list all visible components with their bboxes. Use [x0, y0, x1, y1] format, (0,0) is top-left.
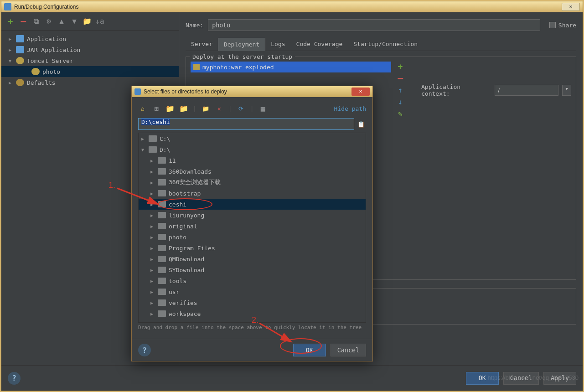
- chevron-right-icon: ▶: [141, 136, 147, 141]
- refresh-icon[interactable]: ⟳: [237, 104, 246, 113]
- folder-label: Program Files: [169, 245, 215, 252]
- tree-tomcat-server[interactable]: ▼ Tomcat Server: [1, 55, 179, 66]
- select-files-dialog: Select files or directories to deploy ✕ …: [131, 86, 373, 361]
- chevron-down-icon: ▼: [141, 147, 147, 152]
- tree-photo[interactable]: photo: [1, 66, 179, 77]
- share-label: Share: [558, 22, 576, 29]
- add-icon[interactable]: +: [6, 17, 15, 26]
- folder-item[interactable]: ▶usr: [139, 286, 366, 297]
- hide-path-link[interactable]: Hide path: [334, 105, 366, 112]
- new-folder-icon[interactable]: 📁: [201, 104, 210, 113]
- drive-d[interactable]: ▼ D:\: [139, 144, 366, 155]
- tree-jar-application[interactable]: ▶ JAR Application: [1, 44, 179, 55]
- delete-icon[interactable]: ✕: [215, 104, 224, 113]
- folder-item[interactable]: ▶tools: [139, 275, 366, 286]
- project-icon[interactable]: 📁: [165, 104, 175, 113]
- down-icon[interactable]: ▼: [70, 17, 79, 26]
- help-icon[interactable]: ?: [8, 372, 21, 385]
- folder-label: SYDownload: [169, 267, 204, 273]
- context-input[interactable]: [495, 85, 558, 96]
- deploy-item-label: myphoto:war exploded: [202, 64, 274, 71]
- move-down-icon[interactable]: ↓: [396, 97, 405, 106]
- history-icon[interactable]: 📋: [356, 118, 366, 130]
- drive-c[interactable]: ▶ C:\: [139, 133, 366, 144]
- folder-icon: [158, 223, 166, 229]
- folder-label: ceshi: [169, 201, 186, 208]
- chevron-down-icon[interactable]: ▾: [562, 85, 571, 96]
- share-checkbox[interactable]: Share: [549, 22, 576, 29]
- folder-item[interactable]: ▶photo: [139, 232, 366, 242]
- tab-deployment[interactable]: Deployment: [218, 38, 265, 51]
- folder-item[interactable]: ▶Program Files: [139, 242, 366, 253]
- edit-icon[interactable]: ✎: [396, 109, 405, 118]
- folder-item[interactable]: ▶workspace: [139, 308, 366, 319]
- remove-icon[interactable]: −: [19, 17, 28, 26]
- copy-icon[interactable]: ⧉: [31, 17, 41, 26]
- deploy-actions: + − ↑ ↓ ✎: [394, 62, 405, 118]
- modal-footer: ? OK Cancel: [132, 339, 372, 361]
- remove-artifact-icon[interactable]: −: [396, 73, 405, 83]
- settings-icon[interactable]: ⚙: [44, 17, 53, 26]
- folder-item[interactable]: ▶11: [139, 155, 366, 166]
- close-icon[interactable]: ✕: [351, 88, 370, 96]
- folder-icon: [158, 299, 166, 306]
- folder-item[interactable]: ▶QMDownload: [139, 253, 366, 264]
- modal-titlebar: Select files or directories to deploy ✕: [132, 86, 372, 97]
- chevron-right-icon: ▶: [9, 36, 14, 41]
- folder-icon: [158, 310, 166, 317]
- folder-item[interactable]: ▶360Downloads: [139, 166, 366, 177]
- modal-title: Select files or directories to deploy: [144, 88, 351, 95]
- chevron-right-icon: ▶: [9, 47, 14, 52]
- name-input[interactable]: [208, 19, 540, 31]
- drive-icon: [149, 146, 157, 153]
- path-input[interactable]: D:\ceshi: [138, 118, 354, 130]
- help-icon[interactable]: ?: [138, 344, 151, 356]
- folder-icon[interactable]: 📁: [83, 17, 92, 26]
- folder-item[interactable]: ▶360安全浏览器下载: [139, 177, 366, 188]
- module-icon[interactable]: 📁: [179, 104, 188, 113]
- folder-item[interactable]: ▶ceshi: [139, 199, 366, 210]
- chevron-right-icon: ▶: [150, 213, 156, 218]
- modal-ok-button[interactable]: OK: [293, 344, 326, 356]
- chevron-right-icon: ▶: [150, 202, 156, 207]
- close-icon[interactable]: ✕: [562, 3, 580, 11]
- artifact-icon: [193, 64, 200, 70]
- file-tree[interactable]: ▶ C:\ ▼ D:\ ▶11▶360Downloads▶360安全浏览器下载▶…: [138, 133, 366, 323]
- sort-icon[interactable]: ↓a: [95, 17, 104, 26]
- folder-item[interactable]: ▶bootstrap: [139, 188, 366, 199]
- tree-application[interactable]: ▶ Application: [1, 33, 179, 44]
- deploy-item[interactable]: myphoto:war exploded: [191, 62, 391, 72]
- tree-label: Tomcat Server: [27, 57, 73, 64]
- folder-item[interactable]: ▶verifies: [139, 297, 366, 308]
- folder-label: liurunyong: [169, 212, 204, 219]
- chevron-right-icon: ▶: [9, 80, 14, 85]
- chevron-right-icon: ▶: [150, 289, 156, 294]
- tree-label: photo: [42, 68, 60, 75]
- chevron-right-icon: ▶: [150, 224, 156, 229]
- folder-item[interactable]: ▶SYDownload: [139, 264, 366, 275]
- titlebar-text: Run/Debug Configurations: [14, 4, 562, 10]
- tab-server[interactable]: Server: [186, 38, 218, 51]
- folder-label: usr: [169, 289, 179, 295]
- chevron-right-icon: ▶: [150, 169, 156, 174]
- add-artifact-icon[interactable]: +: [396, 62, 405, 71]
- app-icon: [4, 3, 11, 10]
- tomcat-icon: [16, 57, 24, 64]
- show-hidden-icon[interactable]: ▦: [258, 104, 267, 113]
- folder-icon: [158, 256, 166, 262]
- folder-icon: [158, 212, 166, 218]
- tab-startup-connection[interactable]: Startup/Connection: [348, 38, 423, 51]
- checkbox-icon[interactable]: [549, 22, 556, 28]
- folder-icon: [158, 201, 166, 207]
- home-icon[interactable]: ⌂: [138, 104, 147, 113]
- folder-item[interactable]: ▶liurunyong: [139, 210, 366, 221]
- tab-code-coverage[interactable]: Code Coverage: [291, 38, 348, 51]
- folder-label: 11: [169, 157, 176, 164]
- tab-logs[interactable]: Logs: [265, 38, 290, 51]
- up-icon[interactable]: ▲: [57, 17, 66, 26]
- desktop-icon[interactable]: ⊞: [152, 104, 161, 113]
- move-up-icon[interactable]: ↑: [396, 85, 405, 94]
- folder-item[interactable]: ▶original: [139, 221, 366, 232]
- modal-cancel-button[interactable]: Cancel: [331, 344, 366, 356]
- folder-label: bootstrap: [169, 190, 201, 197]
